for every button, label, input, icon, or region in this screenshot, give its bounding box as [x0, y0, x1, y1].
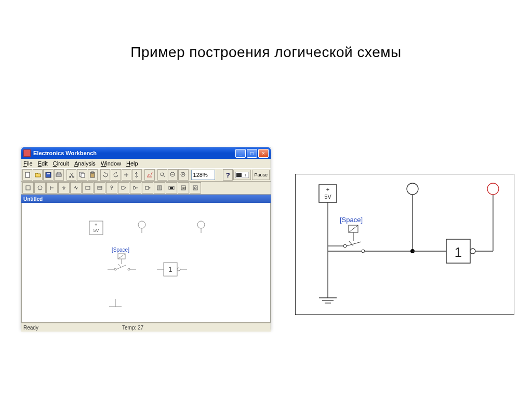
schem-voltage-source: + 5V	[319, 185, 337, 246]
schem-switch: [Space]	[340, 216, 365, 253]
print-button[interactable]	[54, 169, 64, 181]
menubar: File Edit Circuit Analysis Window Help	[21, 159, 271, 168]
svg-point-58	[487, 183, 499, 195]
close-button[interactable]: ×	[258, 149, 269, 158]
svg-rect-22	[145, 186, 149, 189]
comp-5[interactable]	[70, 182, 82, 194]
comp-10[interactable]	[130, 182, 141, 194]
svg-point-42	[128, 268, 130, 270]
svg-rect-8	[81, 173, 85, 177]
schematic-panel: + 5V [Space]	[295, 174, 514, 315]
comp-8[interactable]	[106, 182, 117, 194]
help-button[interactable]: ?	[223, 169, 233, 181]
svg-rect-4	[57, 172, 60, 174]
titlebar[interactable]: Electronics Workbench _ □ ×	[21, 147, 271, 159]
svg-text:1: 1	[168, 265, 172, 273]
svg-point-64	[362, 250, 365, 253]
svg-text:5V: 5V	[324, 194, 331, 200]
svg-text:+: +	[326, 186, 329, 193]
svg-rect-29	[193, 186, 197, 190]
title-text: Electronics Workbench	[33, 150, 235, 156]
schem-probe-1	[407, 183, 418, 251]
zoom-out-button[interactable]	[168, 169, 178, 181]
comp-3[interactable]	[46, 182, 58, 194]
svg-point-23	[149, 187, 150, 188]
menu-analysis[interactable]: Analysis	[74, 160, 96, 167]
comp-9[interactable]	[118, 182, 129, 194]
canvas-voltage-source[interactable]: + 5V	[89, 221, 103, 235]
copy-button[interactable]	[77, 169, 87, 181]
comp-13[interactable]	[166, 182, 177, 194]
flip-v-button[interactable]	[132, 169, 142, 181]
schem-not-gate: 1	[446, 239, 475, 263]
svg-rect-26	[170, 187, 173, 189]
svg-rect-3	[56, 174, 61, 176]
canvas-probe-1[interactable]	[138, 221, 145, 233]
canvas-not-gate[interactable]: 1	[157, 263, 187, 276]
pause-button[interactable]: Pause	[252, 170, 270, 180]
comp-4[interactable]	[58, 182, 70, 194]
minimize-button[interactable]: _	[235, 149, 246, 158]
schem-probe-2	[487, 183, 499, 251]
svg-point-73	[470, 249, 475, 254]
comp-2[interactable]	[34, 182, 46, 194]
comp-11[interactable]	[142, 182, 153, 194]
document-title: Untitled	[21, 195, 271, 203]
search-button[interactable]	[157, 169, 167, 181]
canvas-ground[interactable]	[109, 299, 122, 307]
rotate-left-button[interactable]	[100, 169, 110, 181]
comp-14[interactable]: M	[178, 182, 189, 194]
svg-text:[Space]: [Space]	[340, 216, 363, 224]
svg-text:5V: 5V	[93, 228, 99, 233]
simulate-switch[interactable]: I	[233, 170, 251, 180]
svg-point-18	[38, 186, 42, 190]
canvas[interactable]: + 5V [Space]	[21, 203, 271, 323]
menu-file[interactable]: File	[23, 160, 33, 167]
svg-text:[Space]: [Space]	[112, 247, 129, 253]
comp-12[interactable]	[154, 182, 165, 194]
status-temp: Temp: 27	[122, 325, 143, 331]
canvas-probe-2[interactable]	[197, 221, 205, 233]
new-button[interactable]	[22, 169, 32, 181]
toolbar-main: 128% ? I Pause	[21, 168, 271, 182]
zoom-field[interactable]: 128%	[191, 170, 216, 180]
cut-button[interactable]	[66, 169, 76, 181]
menu-window[interactable]: Window	[101, 160, 121, 167]
app-icon	[23, 149, 31, 157]
app-window: Electronics Workbench _ □ × File Edit Ci…	[21, 147, 271, 330]
svg-point-48	[177, 268, 180, 271]
flip-h-button[interactable]	[122, 169, 131, 181]
svg-point-36	[197, 221, 205, 228]
rotate-right-button[interactable]	[111, 169, 121, 181]
svg-rect-19	[86, 186, 90, 189]
maximize-button[interactable]: □	[247, 149, 257, 158]
svg-text:M: M	[182, 186, 186, 190]
schem-ground	[319, 251, 337, 303]
svg-point-30	[194, 187, 196, 189]
svg-text:+: +	[95, 222, 97, 227]
status-ready: Ready	[23, 325, 122, 331]
statusbar: Ready Temp: 27	[21, 323, 271, 332]
menu-edit[interactable]: Edit	[38, 160, 48, 167]
comp-7[interactable]	[94, 182, 105, 194]
menu-circuit[interactable]: Circuit	[53, 160, 69, 167]
svg-rect-2	[47, 173, 50, 174]
svg-text:1: 1	[455, 244, 462, 260]
graph-button[interactable]	[144, 169, 154, 181]
svg-rect-0	[25, 172, 30, 177]
open-button[interactable]	[33, 169, 43, 181]
comp-6[interactable]	[82, 182, 94, 194]
svg-point-11	[161, 173, 164, 176]
zoom-in-button[interactable]	[178, 169, 188, 181]
svg-point-41	[114, 268, 116, 270]
canvas-switch[interactable]: [Space]	[108, 247, 136, 270]
svg-rect-15	[236, 173, 242, 177]
paste-button[interactable]	[88, 169, 98, 181]
save-button[interactable]	[43, 169, 53, 181]
menu-help[interactable]: Help	[126, 160, 138, 167]
comp-1[interactable]	[22, 182, 34, 194]
toolbar-components: M	[21, 182, 271, 195]
comp-15[interactable]	[190, 182, 201, 194]
svg-point-63	[343, 244, 347, 248]
svg-point-56	[407, 183, 418, 195]
